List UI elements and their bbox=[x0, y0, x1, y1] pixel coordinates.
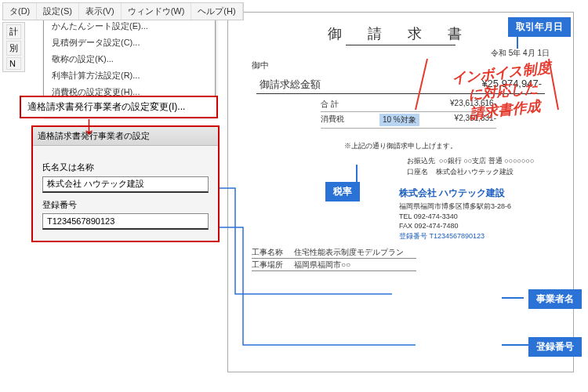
sidebar-chip: 計 bbox=[6, 24, 21, 39]
badge-registration-number: 登録番号 bbox=[528, 337, 582, 357]
reg-value: T1234567890123 bbox=[430, 232, 485, 240]
menu-item[interactable]: 設定(S) bbox=[37, 3, 79, 20]
tax-label: 消費税 bbox=[321, 114, 344, 126]
reg-label: 登録番号 bbox=[42, 199, 209, 211]
invoice-date: 令和 5年 4月 1日 bbox=[491, 48, 550, 59]
work-loc-label: 工事場所 bbox=[252, 260, 291, 271]
reg-label: 登録番号 bbox=[399, 232, 427, 240]
menu-option[interactable]: 見積例データ設定(C)... bbox=[44, 34, 215, 51]
menu-option[interactable]: かんたんシート設定(E)... bbox=[44, 18, 215, 34]
dialog-title: 適格請求書発行事業者の設定 bbox=[33, 127, 218, 146]
sum-label: 合 計 bbox=[321, 99, 339, 110]
invoice-note: ※上記の通り御請求申し上げます。 bbox=[242, 141, 559, 151]
reg-input[interactable] bbox=[42, 213, 209, 230]
acct-label: 口座名 bbox=[407, 168, 428, 176]
tax-rate: 10 %対象 bbox=[379, 114, 419, 126]
work-name-label: 工事名称 bbox=[252, 247, 291, 259]
name-label: 氏名又は名称 bbox=[42, 162, 209, 173]
sidebar-fragment: 計 別 N bbox=[2, 22, 25, 72]
badge-company-name: 事業者名 bbox=[528, 289, 582, 309]
sidebar-chip: 別 bbox=[6, 41, 21, 56]
bank-value: ○○銀行 ○○支店 普通 ○○○○○○○ bbox=[439, 157, 534, 165]
badge-tax-rate: 税率 bbox=[325, 182, 360, 201]
menu-item[interactable]: タ(D) bbox=[3, 3, 37, 20]
badge-transaction-date: 取引年月日 bbox=[508, 17, 571, 37]
total-label: 御請求総金額 bbox=[260, 78, 321, 92]
menu-item[interactable]: ウィンドウ(W) bbox=[122, 3, 192, 20]
work-loc: 福岡県福岡市○○ bbox=[291, 260, 416, 271]
menu-option[interactable]: 利率計算方法設定(R)... bbox=[44, 67, 215, 84]
company-tel: TEL 092-474-3340 bbox=[399, 212, 559, 222]
callout-invoice-system: インボイス制度に対応した請求書作成 bbox=[452, 60, 556, 125]
issuer-settings-dialog: 適格請求書発行事業者の設定 氏名又は名称 登録番号 bbox=[31, 125, 220, 242]
work-name: 住宅性能表示制度モデルプラン bbox=[291, 247, 416, 259]
highlighted-option-label: 適格請求書発行事業者の設定変更(I)... bbox=[20, 96, 218, 118]
company-fax: FAX 092-474-7480 bbox=[399, 221, 559, 231]
company-name: 株式会社 ハウテック建設 bbox=[399, 187, 559, 200]
company-address: 福岡県福岡市博多区博多駅前3-28-6 bbox=[399, 201, 559, 212]
arrow-down-icon: ↓ bbox=[82, 110, 96, 140]
name-input[interactable] bbox=[42, 176, 209, 193]
menu-item[interactable]: ヘルプ(H) bbox=[191, 3, 242, 20]
acct-value: 株式会社ハウテック建設 bbox=[436, 168, 514, 176]
sidebar-chip: N bbox=[6, 57, 21, 70]
menubar: タ(D) 設定(S) 表示(V) ウィンドウ(W) ヘルプ(H) bbox=[2, 2, 244, 20]
menu-item[interactable]: 表示(V) bbox=[79, 3, 122, 20]
bank-label: お振込先 bbox=[407, 157, 435, 165]
menu-option[interactable]: 敬称の設定(K)... bbox=[44, 51, 215, 67]
